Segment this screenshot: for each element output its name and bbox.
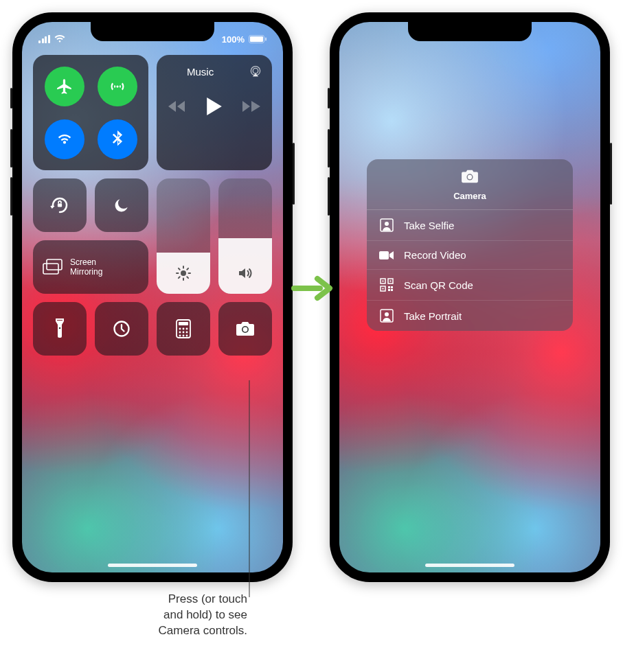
control-center-grid: Music bbox=[33, 55, 272, 356]
camera-controls-popup: Camera Take Selfie Record Video Scan QR … bbox=[367, 159, 573, 331]
svg-rect-42 bbox=[383, 288, 384, 290]
svg-point-17 bbox=[59, 327, 61, 329]
svg-point-33 bbox=[468, 175, 472, 179]
iphone-left: 100% bbox=[12, 12, 293, 582]
wifi-toggle[interactable] bbox=[45, 119, 84, 159]
home-indicator[interactable] bbox=[425, 564, 514, 567]
moon-icon bbox=[113, 196, 131, 214]
battery-icon bbox=[249, 35, 267, 43]
svg-point-25 bbox=[183, 332, 185, 334]
play-button[interactable] bbox=[207, 97, 222, 115]
svg-rect-20 bbox=[179, 322, 188, 325]
screen-mirror-icon bbox=[43, 259, 63, 275]
svg-rect-44 bbox=[391, 286, 393, 288]
wifi-icon bbox=[56, 130, 73, 148]
iphone-right: Camera Take Selfie Record Video Scan QR … bbox=[330, 12, 610, 582]
flashlight-icon bbox=[54, 318, 65, 339]
svg-rect-15 bbox=[47, 259, 62, 270]
screen-mirroring-button[interactable]: Screen Mirroring bbox=[33, 240, 148, 294]
svg-point-31 bbox=[243, 327, 248, 332]
option-label: Scan QR Code bbox=[404, 279, 473, 291]
svg-rect-16 bbox=[43, 264, 58, 274]
svg-point-48 bbox=[385, 312, 389, 316]
next-track-button[interactable] bbox=[242, 100, 260, 113]
video-icon bbox=[379, 250, 394, 261]
svg-rect-41 bbox=[390, 281, 392, 282]
camera-icon bbox=[235, 321, 256, 337]
flashlight-button[interactable] bbox=[33, 302, 87, 356]
battery-percent: 100% bbox=[222, 34, 245, 45]
timer-icon bbox=[112, 319, 131, 338]
svg-point-23 bbox=[186, 328, 188, 330]
calculator-button[interactable] bbox=[157, 302, 210, 356]
home-indicator[interactable] bbox=[108, 564, 197, 567]
option-label: Record Video bbox=[404, 249, 466, 261]
svg-rect-1 bbox=[250, 36, 263, 42]
scan-qr-option[interactable]: Scan QR Code bbox=[367, 270, 573, 301]
volume-slider[interactable] bbox=[218, 178, 272, 294]
speaker-icon bbox=[237, 265, 253, 281]
svg-line-14 bbox=[187, 268, 188, 270]
arrow-icon bbox=[293, 275, 331, 302]
take-portrait-option[interactable]: Take Portrait bbox=[367, 301, 573, 331]
connectivity-module[interactable] bbox=[33, 55, 148, 170]
camera-button[interactable] bbox=[218, 302, 272, 356]
orientation-lock-toggle[interactable] bbox=[33, 178, 87, 232]
sun-icon bbox=[175, 265, 192, 281]
camera-icon bbox=[460, 169, 479, 184]
svg-rect-46 bbox=[391, 289, 393, 291]
svg-point-26 bbox=[186, 332, 188, 334]
svg-rect-40 bbox=[383, 281, 384, 282]
bluetooth-icon bbox=[110, 130, 125, 148]
svg-point-24 bbox=[179, 332, 181, 334]
person-frame-icon bbox=[380, 309, 394, 323]
take-selfie-option[interactable]: Take Selfie bbox=[367, 210, 573, 241]
svg-point-29 bbox=[186, 335, 188, 337]
previous-track-button[interactable] bbox=[168, 100, 186, 113]
cellular-signal-icon bbox=[38, 35, 50, 43]
do-not-disturb-toggle[interactable] bbox=[95, 178, 148, 232]
camera-popup-header: Camera bbox=[367, 159, 573, 210]
svg-point-22 bbox=[183, 328, 185, 330]
camera-popup-title: Camera bbox=[367, 191, 573, 201]
svg-point-35 bbox=[385, 222, 389, 226]
screen-control-center: 100% bbox=[22, 22, 283, 572]
music-module[interactable]: Music bbox=[157, 55, 272, 170]
svg-rect-43 bbox=[388, 286, 390, 288]
airplay-icon[interactable] bbox=[249, 65, 262, 78]
option-label: Take Portrait bbox=[404, 310, 462, 322]
person-frame-icon bbox=[380, 218, 394, 232]
airplane-mode-toggle[interactable] bbox=[45, 67, 84, 106]
cellular-icon bbox=[109, 78, 126, 95]
cellular-data-toggle[interactable] bbox=[98, 67, 137, 106]
notch bbox=[408, 22, 532, 41]
screen-mirroring-label: Screen Mirroring bbox=[70, 257, 102, 277]
timer-button[interactable] bbox=[95, 302, 148, 356]
svg-line-13 bbox=[179, 277, 180, 278]
airplane-icon bbox=[56, 78, 73, 95]
calculator-icon bbox=[176, 319, 191, 338]
notch bbox=[91, 22, 214, 41]
bluetooth-toggle[interactable] bbox=[98, 119, 137, 159]
svg-point-27 bbox=[179, 335, 181, 337]
wifi-status-icon bbox=[54, 35, 65, 43]
svg-point-21 bbox=[179, 328, 181, 330]
callout-text: Press (or touch and hold) to see Camera … bbox=[62, 592, 247, 639]
qrcode-icon bbox=[380, 278, 394, 292]
record-video-option[interactable]: Record Video bbox=[367, 241, 573, 270]
option-label: Take Selfie bbox=[404, 220, 454, 231]
svg-point-6 bbox=[181, 270, 186, 276]
svg-rect-2 bbox=[265, 38, 267, 41]
svg-point-4 bbox=[253, 68, 258, 73]
orientation-lock-icon bbox=[49, 195, 70, 216]
svg-rect-36 bbox=[379, 251, 389, 259]
music-title: Music bbox=[187, 66, 214, 78]
svg-rect-45 bbox=[388, 289, 390, 291]
svg-point-28 bbox=[183, 335, 185, 337]
svg-line-12 bbox=[187, 277, 188, 278]
svg-rect-5 bbox=[58, 204, 62, 207]
brightness-slider[interactable] bbox=[157, 178, 210, 294]
svg-line-11 bbox=[179, 268, 180, 270]
screen-camera-controls: Camera Take Selfie Record Video Scan QR … bbox=[339, 22, 600, 572]
